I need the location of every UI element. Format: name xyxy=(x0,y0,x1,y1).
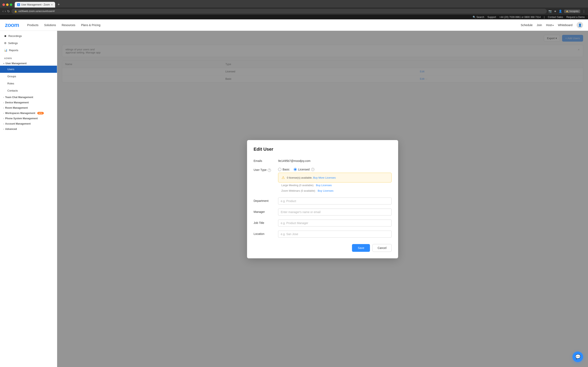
sidebar-group-advanced: › Advanced xyxy=(0,126,57,131)
sidebar-item-recordings[interactable]: ⏺ Recordings xyxy=(0,33,57,40)
support-link[interactable]: Support xyxy=(488,16,496,18)
sidebar-group-advanced-label[interactable]: › Advanced xyxy=(0,126,57,131)
nav-products[interactable]: Products xyxy=(27,24,38,27)
nav-plans-pricing[interactable]: Plans & Pricing xyxy=(81,24,100,27)
licensed-help-icon[interactable]: ? xyxy=(311,168,314,171)
job-title-input[interactable] xyxy=(278,220,392,226)
manager-label: Manager xyxy=(254,209,278,213)
nav-join[interactable]: Join xyxy=(537,24,542,27)
sidebar-item-contacts[interactable]: Contacts xyxy=(0,87,57,94)
warning-icon: ⚠ xyxy=(282,175,285,180)
buy-webinars-link[interactable]: Buy Licenses xyxy=(318,189,333,192)
sidebar-group-account-management: › Account Management xyxy=(0,121,57,126)
job-title-label: Job Title xyxy=(254,220,278,225)
top-info-bar: 🔍 Search Support +44 (20) 7039 8961 or 0… xyxy=(0,15,588,19)
sidebar-group-room-management: › Room Management xyxy=(0,105,57,110)
radio-licensed-input[interactable] xyxy=(294,168,297,171)
emails-label: Emails xyxy=(254,158,278,162)
user-type-radio-group: Basic Licensed ? xyxy=(278,167,392,171)
radio-basic[interactable]: Basic xyxy=(278,168,290,171)
modal-title: Edit User xyxy=(254,147,392,152)
sidebar-group-account-management-label[interactable]: › Account Management xyxy=(0,121,57,126)
tab-favicon-icon: Z xyxy=(17,3,20,6)
chevron-right-icon-5: › xyxy=(3,117,4,120)
new-tab-button[interactable]: + xyxy=(56,2,61,8)
location-row: Location xyxy=(254,231,392,238)
window-close-button[interactable] xyxy=(2,3,5,6)
buy-more-licenses-link[interactable]: Buy More Licenses xyxy=(313,176,336,179)
edit-user-modal: Edit User Emails 9e1495b7@moodjoy.com Us… xyxy=(247,140,398,258)
top-search-button[interactable]: 🔍 Search xyxy=(473,16,484,18)
main-navigation: zoom Products Solutions Resources Plans … xyxy=(0,19,588,31)
nav-whiteboard[interactable]: Whiteboard xyxy=(558,24,572,27)
bookmark-icon[interactable]: ★ xyxy=(554,9,557,13)
location-input[interactable] xyxy=(278,231,392,238)
manager-field xyxy=(278,209,392,216)
tab-close-button[interactable]: × xyxy=(51,3,53,6)
reload-button[interactable]: ↻ xyxy=(7,9,10,13)
chat-fab-button[interactable]: 💬 xyxy=(572,351,583,362)
window-minimize-button[interactable] xyxy=(6,3,9,6)
sidebar-item-settings[interactable]: ⚙ Settings xyxy=(0,40,57,47)
zoom-logo[interactable]: zoom xyxy=(5,22,19,28)
sidebar-item-groups[interactable]: Groups xyxy=(0,73,57,80)
user-avatar[interactable]: 👤 xyxy=(577,22,583,28)
sidebar-group-phone-system-label[interactable]: › Phone System Management xyxy=(0,115,57,121)
sidebar-group-team-chat-label[interactable]: › Team Chat Management xyxy=(0,94,57,100)
security-lock-icon: 🔒 xyxy=(14,10,17,13)
back-button[interactable]: ‹ xyxy=(2,9,3,13)
user-type-help-icon[interactable]: ? xyxy=(268,169,271,172)
email-value: 9e1495b7@moodjoy.com xyxy=(278,158,311,162)
url-bar[interactable]: 🔒 us06web.zoom.us/account/user#/ xyxy=(11,9,547,14)
chevron-right-icon-2: › xyxy=(3,101,4,104)
profile-icon[interactable]: 👤 xyxy=(559,9,562,13)
save-button[interactable]: Save xyxy=(352,244,370,252)
phone-label: +44 (20) 7039 8961 or 0800 368 7314 xyxy=(499,16,541,18)
radio-basic-input[interactable] xyxy=(278,168,281,171)
radio-licensed[interactable]: Licensed ? xyxy=(294,168,314,171)
user-type-field: Basic Licensed ? ⚠ 0 l xyxy=(278,167,392,193)
url-text: us06web.zoom.us/account/user#/ xyxy=(18,10,55,13)
manager-input[interactable] xyxy=(278,209,392,216)
forward-button[interactable]: › xyxy=(5,9,6,13)
manager-row: Manager xyxy=(254,209,392,216)
buy-large-meeting-link[interactable]: Buy Licenses xyxy=(316,184,332,187)
workspaces-new-badge: NEW xyxy=(37,112,44,114)
job-title-field xyxy=(278,220,392,226)
cancel-button[interactable]: Cancel xyxy=(372,244,392,252)
recordings-icon: ⏺ xyxy=(4,34,7,38)
chat-icon: 💬 xyxy=(575,354,581,359)
department-input[interactable] xyxy=(278,198,392,205)
nav-solutions[interactable]: Solutions xyxy=(44,24,56,27)
sidebar-group-user-management-label[interactable]: ▾ User Management xyxy=(0,60,57,66)
large-meeting-row: Large Meeting (0 available) Buy Licenses xyxy=(278,183,392,188)
location-label: Location xyxy=(254,231,278,235)
nav-schedule[interactable]: Schedule xyxy=(521,24,532,27)
sidebar-group-device-management: › Device Management xyxy=(0,100,57,105)
job-title-row: Job Title xyxy=(254,220,392,226)
location-field xyxy=(278,231,392,238)
sidebar-item-users[interactable]: Users xyxy=(0,66,57,73)
sidebar-group-room-management-label[interactable]: › Room Management xyxy=(0,105,57,110)
sidebar-group-device-management-label[interactable]: › Device Management xyxy=(0,100,57,105)
nav-host[interactable]: Host xyxy=(546,24,554,27)
user-type-row: User Type ? Basic Licensed xyxy=(254,167,392,193)
user-type-label: User Type ? xyxy=(254,167,278,172)
nav-resources[interactable]: Resources xyxy=(62,24,75,27)
emails-row: Emails 9e1495b7@moodjoy.com xyxy=(254,158,392,162)
sidebar-group-workspaces-label[interactable]: › Workspaces Management NEW xyxy=(0,110,57,115)
window-maximize-button[interactable] xyxy=(10,3,12,6)
browser-tab[interactable]: Z User Management - Zoom × xyxy=(15,2,55,8)
sidebar-group-team-chat: › Team Chat Management xyxy=(0,94,57,100)
sidebar-item-reports[interactable]: 📊 Reports xyxy=(0,47,57,54)
sidebar: ⏺ Recordings ⚙ Settings 📊 Reports ADMIN … xyxy=(0,31,57,367)
reports-icon: 📊 xyxy=(4,49,7,52)
menu-icon[interactable]: ⋮ xyxy=(582,9,586,13)
request-demo-link[interactable]: Request a Demo xyxy=(566,16,585,18)
camera-off-icon: 📷 xyxy=(548,9,552,13)
search-icon: 🔍 xyxy=(473,16,476,18)
department-label: Department xyxy=(254,198,278,202)
modal-overlay: Edit User Emails 9e1495b7@moodjoy.com Us… xyxy=(57,31,588,367)
sidebar-item-roles[interactable]: Roles xyxy=(0,80,57,87)
contact-sales-link[interactable]: Contact Sales xyxy=(548,16,563,18)
